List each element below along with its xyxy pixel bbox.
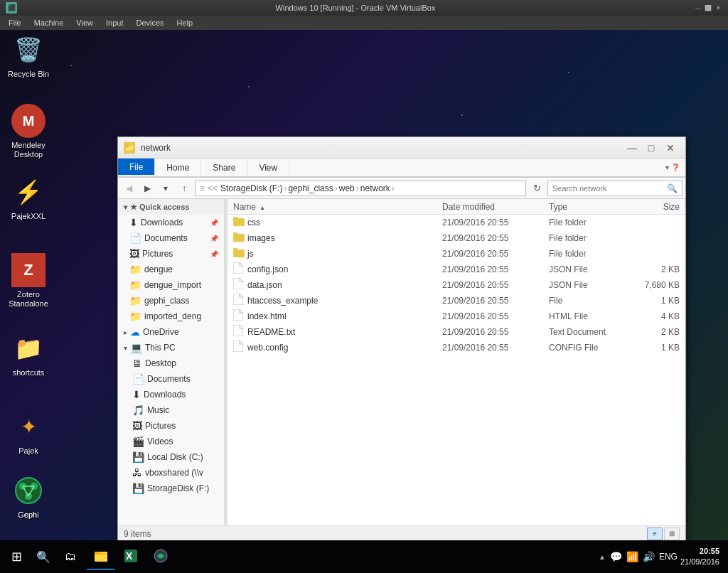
sidebar-item-music[interactable]: 🎵 Music xyxy=(118,402,224,418)
sys-tray-volume[interactable]: 🔊 xyxy=(643,551,655,562)
taskbar-app-excel[interactable]: X xyxy=(117,543,145,570)
vbox-menu-help[interactable]: Help xyxy=(171,17,199,28)
back-btn[interactable]: ◀ xyxy=(121,181,136,196)
file-row-data-json[interactable]: data.json21/09/2016 20:55JSON File7,680 … xyxy=(228,277,685,293)
sidebar-item-onedrive[interactable]: ▸ ☁ OneDrive xyxy=(118,324,224,340)
zotero-icon: Z xyxy=(11,253,46,287)
vbox-minimize[interactable]: — xyxy=(694,4,702,12)
vbox-menu-machine[interactable]: Machine xyxy=(28,17,70,28)
sidebar-item-pictures[interactable]: 🖼 Pictures 📌 xyxy=(118,246,224,262)
taskview-btn[interactable]: 🗂 xyxy=(57,543,84,570)
vbox-close[interactable]: ✕ xyxy=(714,4,722,12)
sidebar-item-imported[interactable]: 📁 imported_deng xyxy=(118,309,224,324)
sys-tray-chat[interactable]: 💬 xyxy=(610,551,622,562)
vbox-menu-view[interactable]: View xyxy=(70,17,99,28)
file-date-2: 21/09/2016 20:55 xyxy=(437,249,543,259)
path-gephi-class[interactable]: gephi_class xyxy=(288,183,333,193)
ribbon-tab-share[interactable]: Share xyxy=(201,159,247,176)
file-type-8: CONFIG File xyxy=(543,343,628,353)
sys-tray-lang[interactable]: ENG xyxy=(659,552,678,562)
explorer-titlebar: 📁 network — □ ✕ xyxy=(118,137,685,159)
taskbar-app-explorer[interactable] xyxy=(87,543,115,570)
sidebar-item-documents[interactable]: 📄 Documents 📌 xyxy=(118,230,224,246)
sidebar-item-thispc[interactable]: ▾ 💻 This PC xyxy=(118,340,224,355)
gephi-class-icon: 📁 xyxy=(129,295,141,306)
vbox-menu-devices[interactable]: Devices xyxy=(130,17,169,28)
up-btn[interactable]: ↑ xyxy=(176,181,192,196)
explorer-window-controls[interactable]: — □ ✕ xyxy=(623,139,680,157)
start-button[interactable]: ⊞ xyxy=(3,543,30,570)
taskbar-clock[interactable]: 20:55 21/09/2016 xyxy=(680,546,719,568)
vbox-menu-input[interactable]: Input xyxy=(100,17,129,28)
search-input[interactable] xyxy=(552,184,664,193)
desktop-icon-pajek[interactable]: ✦ Pajek xyxy=(0,407,57,459)
ribbon-expand[interactable]: ▾ ❓ xyxy=(660,159,685,176)
vbox-menu-file[interactable]: File xyxy=(3,17,27,28)
ribbon-tab-file[interactable]: File xyxy=(118,159,155,176)
forward-btn[interactable]: ▶ xyxy=(139,181,155,196)
sidebar-item-documents-thispc[interactable]: 📄 Documents xyxy=(118,371,224,387)
sidebar-item-desktop[interactable]: 🖥 Desktop xyxy=(118,355,224,371)
sidebar-local-disk-label: Local Disk (C:) xyxy=(147,452,218,462)
sidebar-item-dengue-import[interactable]: 📁 dengue_import xyxy=(118,277,224,293)
taskbar-search[interactable]: 🔍 xyxy=(30,543,57,570)
sidebar-item-videos[interactable]: 🎬 Videos xyxy=(118,434,224,449)
vbox-titlebar: ⬛ Windows 10 [Running] - Oracle VM Virtu… xyxy=(0,0,728,16)
details-view-btn[interactable]: ≡ xyxy=(647,528,663,540)
desktop-icon-gephi-2[interactable]: Gephi xyxy=(0,471,57,523)
sidebar-imported-label: imported_deng xyxy=(144,311,218,321)
file-row-web-config[interactable]: web.config21/09/2016 20:55CONFIG File1 K… xyxy=(228,340,685,355)
sys-tray-expand[interactable]: ▲ xyxy=(599,553,606,561)
col-name-header[interactable]: Name ▲ xyxy=(228,202,437,212)
desktop-icon-shortcuts[interactable]: 📁 shortcuts xyxy=(0,328,57,380)
explorer-close-btn[interactable]: ✕ xyxy=(661,139,680,157)
path-network[interactable]: network xyxy=(360,183,390,193)
sidebar-item-gephi-class[interactable]: 📁 gephi_class xyxy=(118,293,224,309)
file-row-htaccess_example[interactable]: htaccess_example21/09/2016 20:55File1 KB xyxy=(228,293,685,309)
address-path[interactable]: ≡ << StorageDisk (F:) › gephi_class › we… xyxy=(195,181,526,196)
file-date-0: 21/09/2016 20:55 xyxy=(437,218,543,227)
large-icons-view-btn[interactable]: ⊞ xyxy=(664,528,680,540)
ribbon-tab-view[interactable]: View xyxy=(247,159,289,176)
item-count: 9 items xyxy=(124,529,151,539)
sidebar-item-storagedisk[interactable]: 💾 StorageDisk (F:) xyxy=(118,481,224,496)
sys-tray-network[interactable]: 📶 xyxy=(626,551,638,562)
path-storagedisk[interactable]: StorageDisk (F:) xyxy=(220,183,282,193)
file-icon-8 xyxy=(233,341,247,354)
sidebar-item-downloads-1[interactable]: ⬇ Downloads 📌 xyxy=(118,215,224,230)
sidebar-item-downloads-thispc[interactable]: ⬇ Downloads xyxy=(118,387,224,402)
taskbar-app-other[interactable] xyxy=(146,543,175,570)
sidebar-item-pictures-thispc[interactable]: 🖼 Pictures xyxy=(118,418,224,434)
path-web[interactable]: web xyxy=(339,183,355,193)
recycle-bin-icon: 🗑️ xyxy=(11,33,46,67)
file-row-README-txt[interactable]: README.txt21/09/2016 20:55Text Document2… xyxy=(228,324,685,340)
search-box[interactable]: 🔍 xyxy=(547,181,682,196)
dropdown-nav-btn[interactable]: ▾ xyxy=(158,181,173,196)
file-row-config-json[interactable]: config.json21/09/2016 20:55JSON File2 KB xyxy=(228,262,685,277)
file-row-js[interactable]: js21/09/2016 20:55File folder xyxy=(228,246,685,262)
refresh-btn[interactable]: ↻ xyxy=(529,181,545,196)
documents-icon: 📄 xyxy=(129,232,141,244)
col-date-header[interactable]: Date modified xyxy=(437,202,543,212)
file-row-css[interactable]: css21/09/2016 20:55File folder xyxy=(228,215,685,230)
col-type-header[interactable]: Type xyxy=(543,202,628,212)
desktop-icon-mendeley[interactable]: M Mendeley Desktop xyxy=(0,101,57,162)
desktop-icon-recycle-bin[interactable]: 🗑️ Recycle Bin xyxy=(0,30,57,82)
desktop-icon-zotero[interactable]: Z Zotero Standalone xyxy=(0,250,57,311)
vbox-restore[interactable]: ⬜ xyxy=(704,4,712,12)
col-size-header[interactable]: Size xyxy=(628,202,685,212)
explorer-maximize-btn[interactable]: □ xyxy=(642,139,660,157)
file-row-index-html[interactable]: index.html21/09/2016 20:55HTML File4 KB xyxy=(228,309,685,324)
desktop-icon-pajekxxl[interactable]: ⚡ PajekXXL xyxy=(0,172,57,224)
vbox-window-controls[interactable]: — ⬜ ✕ xyxy=(694,4,722,12)
file-row-images[interactable]: images21/09/2016 20:55File folder xyxy=(228,230,685,246)
file-name-0: css xyxy=(247,218,437,227)
explorer-minimize-btn[interactable]: — xyxy=(623,139,641,157)
gephi-icon-2 xyxy=(11,473,46,508)
ribbon-tab-home[interactable]: Home xyxy=(155,159,201,176)
sidebar-item-local-disk[interactable]: 💾 Local Disk (C:) xyxy=(118,449,224,465)
sidebar-item-vboxshared[interactable]: 🖧 vboxshared (\\v xyxy=(118,465,224,481)
sidebar-item-dengue[interactable]: 📁 dengue xyxy=(118,262,224,277)
sidebar-section-quickaccess[interactable]: ▾ ★ Quick access xyxy=(118,199,224,215)
file-type-7: Text Document xyxy=(543,327,628,337)
